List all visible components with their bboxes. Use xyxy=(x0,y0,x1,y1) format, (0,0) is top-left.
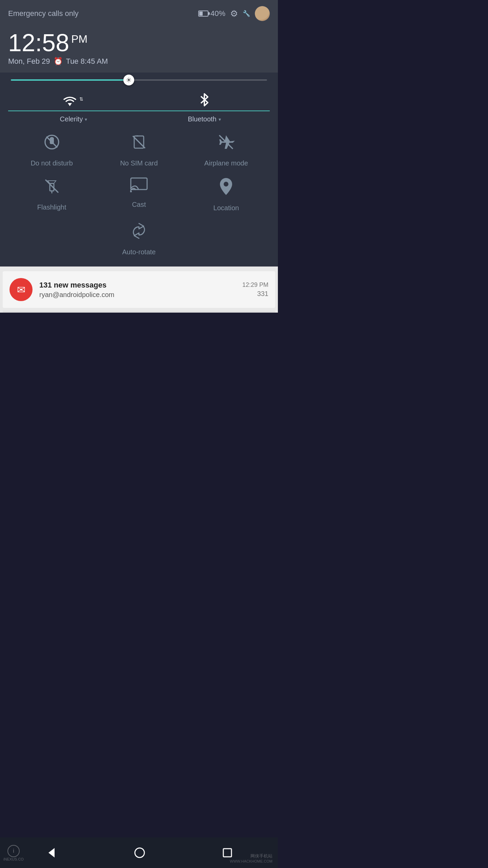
notification-time: 12:29 PM xyxy=(242,281,268,289)
home-icon xyxy=(134,847,146,859)
svg-marker-15 xyxy=(48,848,55,857)
tile-no-sim[interactable]: No SIM card xyxy=(95,133,182,167)
clock-date: Mon, Feb 29 xyxy=(8,57,50,66)
tile-auto-rotate[interactable]: Auto-rotate xyxy=(95,222,182,256)
flashlight-svg xyxy=(43,177,61,195)
notification-count: 331 xyxy=(257,290,268,298)
battery-icon xyxy=(198,11,208,17)
clock-time: 12:58 xyxy=(8,29,69,56)
alarm-time: Tue 8:45 AM xyxy=(66,57,108,66)
tile-do-not-disturb[interactable]: Do not disturb xyxy=(8,133,95,167)
airplane-label: Airplane mode xyxy=(204,159,248,167)
back-button[interactable] xyxy=(45,847,57,859)
clock-display: 12:58PM xyxy=(8,31,270,55)
clock-date-row: Mon, Feb 29 ⏰ Tue 8:45 AM xyxy=(8,57,270,66)
no-sim-label: No SIM card xyxy=(120,159,158,167)
mail-icon: ✉ xyxy=(17,284,25,296)
svg-text:⇅: ⇅ xyxy=(79,96,83,102)
bluetooth-icon-wrap xyxy=(139,91,270,111)
bluetooth-toggle[interactable]: Bluetooth ▾ xyxy=(139,91,270,123)
wifi-svg xyxy=(62,94,78,107)
svg-marker-0 xyxy=(68,103,72,106)
svg-point-14 xyxy=(224,182,228,186)
status-bar: Emergency calls only 40% ⚙ 🔧 xyxy=(0,0,278,27)
location-label: Location xyxy=(214,204,239,212)
no-sim-icon xyxy=(130,133,148,155)
tile-flashlight[interactable]: Flashlight xyxy=(8,177,95,212)
logo-circle: i xyxy=(7,845,20,857)
wifi-icon: ⇅ xyxy=(62,94,85,107)
notification-meta: 12:29 PM 331 xyxy=(242,281,268,298)
bluetooth-label: Bluetooth xyxy=(188,115,217,123)
dnd-svg xyxy=(43,133,61,151)
clock-section: 12:58PM Mon, Feb 29 ⏰ Tue 8:45 AM xyxy=(0,27,278,73)
bluetooth-chevron-icon[interactable]: ▾ xyxy=(219,117,221,122)
location-svg xyxy=(219,177,233,196)
avatar[interactable] xyxy=(255,6,270,21)
tile-airplane[interactable]: Airplane mode xyxy=(183,133,270,167)
do-not-disturb-icon xyxy=(43,133,61,155)
auto-rotate-label: Auto-rotate xyxy=(122,248,156,256)
toggle-row: ⇅ Celerity ▾ Bluetooth ▾ xyxy=(8,91,270,123)
clock-ampm: PM xyxy=(71,33,87,45)
wifi-chevron-icon[interactable]: ▾ xyxy=(85,117,87,122)
no-sim-svg xyxy=(130,133,148,151)
bottom-logo: i iNEXUS.CO xyxy=(3,845,24,861)
notification-avatar: ✉ xyxy=(9,278,33,301)
watermark: 网侠手机站 WWW.HACKHOME.COM xyxy=(230,853,272,863)
notification-body: 131 new messages ryan@androidpolice.com xyxy=(39,281,236,299)
tile-cast[interactable]: Cast xyxy=(95,177,182,212)
watermark-line1: 网侠手机站 xyxy=(230,853,272,859)
wrench-icon: 🔧 xyxy=(243,10,250,17)
airplane-icon xyxy=(217,133,235,155)
wifi-label: Celerity xyxy=(60,115,83,123)
brightness-sun-icon: ☀ xyxy=(126,76,132,84)
settings-icon[interactable]: ⚙ xyxy=(230,8,238,19)
svg-point-13 xyxy=(130,191,132,192)
flashlight-icon xyxy=(43,177,61,199)
battery-fill xyxy=(199,12,203,16)
logo-text: iNEXUS.CO xyxy=(3,857,24,861)
brightness-slider[interactable]: ☀ xyxy=(11,79,267,81)
wifi-label-row: Celerity ▾ xyxy=(60,115,87,123)
status-bar-right: 40% ⚙ 🔧 xyxy=(198,6,270,21)
battery-percent: 40% xyxy=(210,9,225,18)
wifi-arrows-icon: ⇅ xyxy=(79,96,85,105)
wifi-icon-wrap: ⇅ xyxy=(8,91,139,111)
home-button[interactable] xyxy=(134,847,146,859)
watermark-line2: WWW.HACKHOME.COM xyxy=(230,859,272,863)
cast-svg xyxy=(130,177,148,192)
quick-settings-panel: ☀ ⇅ xyxy=(0,73,278,266)
bottom-nav: i iNEXUS.CO 网侠手机站 WWW.HACKHOME.COM xyxy=(0,837,278,868)
svg-rect-12 xyxy=(131,178,147,190)
brightness-thumb[interactable]: ☀ xyxy=(123,75,134,85)
battery-info: 40% xyxy=(198,9,225,18)
notification-email: ryan@androidpolice.com xyxy=(39,291,236,299)
tiles-grid: Do not disturb No SIM card Airplane m xyxy=(8,133,270,256)
airplane-svg xyxy=(217,133,235,151)
emergency-text: Emergency calls only xyxy=(8,9,79,18)
auto-rotate-svg xyxy=(130,222,148,240)
auto-rotate-icon xyxy=(130,222,148,243)
alarm-icon: ⏰ xyxy=(54,57,63,66)
notification-card[interactable]: ✉ 131 new messages ryan@androidpolice.co… xyxy=(3,271,275,308)
back-icon xyxy=(45,847,57,859)
tile-location[interactable]: Location xyxy=(183,177,270,212)
brightness-fill xyxy=(11,79,129,81)
location-icon xyxy=(219,177,233,199)
bluetooth-svg xyxy=(197,93,211,109)
flashlight-label: Flashlight xyxy=(37,203,66,211)
notification-title: 131 new messages xyxy=(39,281,236,290)
svg-point-16 xyxy=(135,848,144,857)
brightness-row[interactable]: ☀ xyxy=(8,79,270,81)
avatar-face xyxy=(255,6,270,21)
bluetooth-label-row: Bluetooth ▾ xyxy=(188,115,221,123)
cast-label: Cast xyxy=(132,201,146,209)
do-not-disturb-label: Do not disturb xyxy=(30,159,73,167)
wifi-toggle[interactable]: ⇅ Celerity ▾ xyxy=(8,91,139,123)
cast-icon xyxy=(130,177,148,196)
